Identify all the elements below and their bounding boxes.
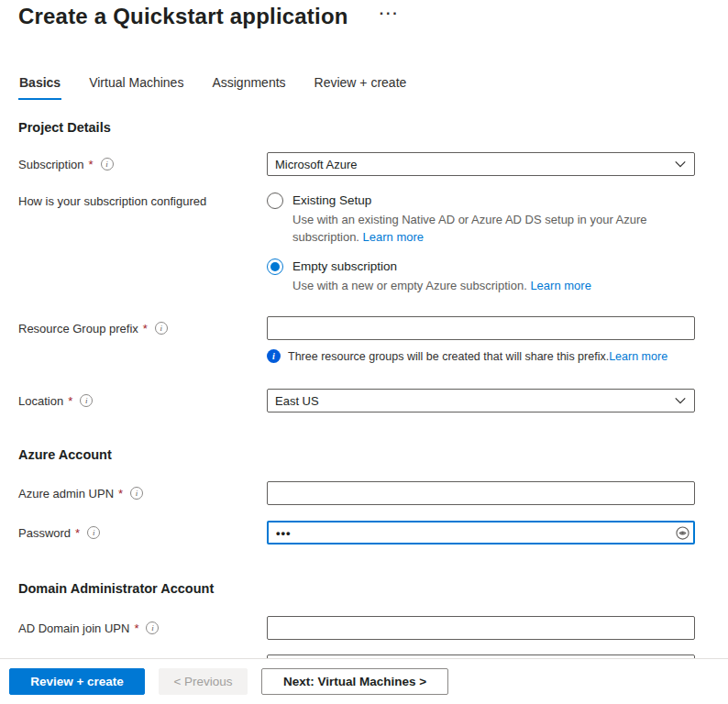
- page-title: Create a Quickstart application: [18, 4, 348, 29]
- location-row: Location * i East US: [18, 389, 710, 412]
- more-options-icon[interactable]: ···: [380, 6, 400, 22]
- location-select-value: East US: [275, 394, 319, 408]
- subscription-select-value: Microsoft Azure: [275, 158, 358, 171]
- azure-password-label: Password: [18, 526, 71, 540]
- location-select[interactable]: East US: [267, 389, 695, 412]
- azure-admin-upn-row: Azure admin UPN * i: [18, 481, 710, 505]
- info-icon[interactable]: i: [87, 526, 100, 539]
- subscription-label: Subscription: [18, 158, 84, 171]
- learn-more-link[interactable]: Learn more: [363, 230, 424, 244]
- ad-domain-join-upn-row: AD Domain join UPN * i: [18, 616, 710, 640]
- wizard-tabs: Basics Virtual Machines Assignments Revi…: [0, 72, 728, 100]
- resource-group-prefix-label: Resource Group prefix: [18, 322, 138, 336]
- info-icon[interactable]: i: [155, 322, 168, 335]
- prefix-info-banner: i Three resource groups will be created …: [267, 349, 695, 363]
- form-content: Project Details Subscription * i Microso…: [0, 120, 728, 678]
- required-asterisk: *: [75, 526, 80, 540]
- required-asterisk: *: [134, 622, 138, 635]
- azure-password-input[interactable]: [267, 521, 695, 544]
- azure-admin-upn-input[interactable]: [267, 481, 695, 505]
- tab-assignments[interactable]: Assignments: [211, 72, 286, 100]
- ad-domain-join-upn-input[interactable]: [267, 616, 695, 640]
- info-icon[interactable]: i: [101, 158, 114, 170]
- location-label: Location: [18, 394, 63, 408]
- radio-existing-setup[interactable]: Existing Setup Use with an existing Nati…: [267, 192, 695, 246]
- required-asterisk: *: [89, 158, 94, 171]
- required-asterisk: *: [118, 487, 123, 500]
- required-asterisk: *: [143, 322, 148, 336]
- chevron-down-icon: [674, 394, 687, 407]
- description-text: Use with an existing Native AD or Azure …: [292, 213, 647, 244]
- subscription-config-label: How is your subscription configured: [18, 192, 206, 208]
- radio-selected-icon[interactable]: [267, 258, 283, 275]
- subscription-select[interactable]: Microsoft Azure: [267, 152, 695, 176]
- info-badge-icon: i: [267, 349, 281, 363]
- tab-basics[interactable]: Basics: [18, 72, 61, 100]
- radio-existing-setup-label: Existing Setup: [292, 192, 687, 207]
- prefix-info-text: Three resource groups will be created th…: [288, 350, 609, 363]
- section-domain-admin-account: Domain Administrator Account: [18, 581, 710, 596]
- review-create-button[interactable]: Review + create: [9, 668, 145, 695]
- description-text: Use with a new or empty Azure subscripti…: [292, 279, 530, 292]
- tab-virtual-machines[interactable]: Virtual Machines: [88, 72, 184, 100]
- tab-review-create[interactable]: Review + create: [314, 72, 408, 100]
- radio-existing-setup-description: Use with an existing Native AD or Azure …: [292, 211, 687, 246]
- resource-group-prefix-row: Resource Group prefix * i i Three resour…: [18, 316, 710, 363]
- ad-domain-join-upn-label: AD Domain join UPN: [18, 622, 129, 635]
- page-header: Create a Quickstart application ···: [0, 0, 728, 29]
- next-virtual-machines-button[interactable]: Next: Virtual Machines >: [261, 668, 448, 695]
- wizard-footer: Review + create < Previous Next: Virtual…: [0, 658, 728, 704]
- section-azure-account: Azure Account: [18, 447, 710, 462]
- info-icon[interactable]: i: [130, 487, 143, 500]
- radio-empty-subscription[interactable]: Empty subscription Use with a new or emp…: [267, 258, 695, 294]
- chevron-down-icon: [674, 158, 687, 170]
- previous-button[interactable]: < Previous: [159, 668, 248, 695]
- subscription-config-row: How is your subscription configured Exis…: [18, 192, 710, 294]
- info-icon[interactable]: i: [80, 394, 93, 407]
- radio-empty-subscription-label: Empty subscription: [292, 258, 591, 273]
- reveal-password-icon[interactable]: [674, 524, 690, 541]
- subscription-row: Subscription * i Microsoft Azure: [18, 152, 710, 176]
- required-asterisk: *: [68, 394, 72, 408]
- learn-more-link[interactable]: Learn more: [530, 279, 590, 292]
- learn-more-link[interactable]: Learn more: [609, 350, 667, 363]
- resource-group-prefix-input[interactable]: [267, 316, 695, 340]
- info-icon[interactable]: i: [146, 622, 159, 634]
- azure-admin-upn-label: Azure admin UPN: [18, 487, 114, 500]
- radio-empty-subscription-description: Use with a new or empty Azure subscripti…: [292, 277, 591, 294]
- azure-password-row: Password * i: [18, 521, 710, 544]
- section-project-details: Project Details: [18, 120, 710, 135]
- radio-unselected-icon[interactable]: [267, 192, 283, 209]
